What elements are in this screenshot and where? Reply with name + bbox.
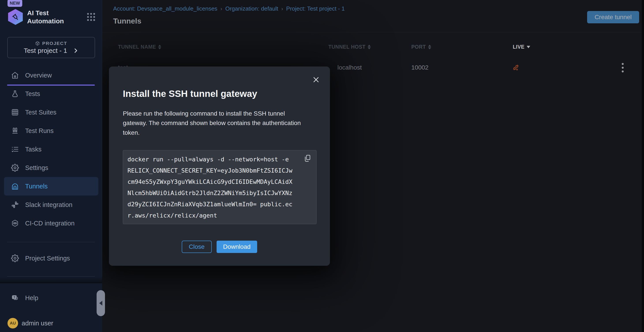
code-line: d29yZCI6ICJnZnRiaXVqb3Z1amlueWlmIn0= pub…: [128, 199, 312, 210]
project-name: Test project - 1: [24, 47, 67, 54]
sidebar-item-test-runs[interactable]: Test Runs: [4, 122, 98, 140]
project-label: PROJECT: [42, 41, 67, 46]
gear-icon: [11, 164, 19, 172]
code-line: docker run --pull=always -d --network=ho…: [128, 154, 312, 165]
sidebar-item-project-settings[interactable]: Project Settings: [4, 249, 98, 268]
sidebar-item-settings[interactable]: Settings: [4, 159, 98, 177]
sidebar-item-test-suites[interactable]: Test Suites: [4, 103, 98, 122]
copy-icon[interactable]: [304, 154, 313, 163]
modal-title: Install the SSH tunnel gateway: [123, 89, 257, 99]
help-chat-icon: ?: [11, 294, 19, 302]
app-logo-row: AI Test Automation: [7, 9, 95, 25]
sidebar-gap: [0, 277, 102, 283]
sidebar-project-settings-wrap: Project Settings: [4, 249, 98, 268]
download-button[interactable]: Download: [216, 241, 258, 253]
code-line: RELICX_CONNECT_SECRET_KEY=eyJob3N0bmFtZS…: [128, 165, 312, 176]
sidebar-item-tunnels[interactable]: Tunnels: [4, 177, 98, 195]
svg-text:?: ?: [14, 296, 15, 299]
modal-description: Please run the following command to inst…: [123, 109, 311, 137]
sidebar-item-overview[interactable]: Overview: [4, 66, 98, 85]
code-line: cm94eS5yZWxpY3guYWkiLCAicG9ydCI6IDEwMDAy…: [128, 176, 312, 187]
sidebar-item-label: CI-CD integration: [25, 220, 74, 227]
chevron-right-icon: [73, 48, 78, 53]
sidebar-item-slack-integration[interactable]: Slack integration: [4, 195, 98, 214]
sidebar-item-label: Slack integration: [25, 201, 72, 208]
sidebar: NEW AI Test Automation: [0, 0, 102, 332]
user-menu[interactable]: AU admin user: [8, 318, 53, 329]
code-line: r.aws/relicx/relicx/agent: [128, 210, 312, 221]
sidebar-divider: [7, 242, 95, 242]
app-root: NEW AI Test Automation: [0, 0, 644, 332]
docker-command-code-block: docker run --pull=always -d --network=ho…: [123, 150, 316, 224]
home-icon: [11, 71, 19, 79]
app-title: AI Test Automation: [27, 9, 64, 25]
user-name: admin user: [22, 320, 53, 327]
sidebar-item-label: Overview: [25, 72, 52, 79]
sidebar-item-tasks[interactable]: Tasks: [4, 140, 98, 159]
sidebar-item-label: Tasks: [25, 146, 42, 153]
sidebar-item-help[interactable]: ? Help: [4, 290, 98, 306]
test-runs-icon: [11, 127, 19, 135]
sidebar-item-tests[interactable]: Tests: [4, 85, 98, 103]
sidebar-item-label: Project Settings: [25, 255, 70, 262]
slack-icon: [11, 201, 19, 209]
sidebar-item-cicd-integration[interactable]: CI-CD integration: [4, 214, 98, 232]
table-grid-icon: [11, 108, 19, 116]
tunnel-icon: [11, 182, 19, 190]
project-selector[interactable]: PROJECT Test project - 1: [7, 37, 95, 58]
flask-icon: [11, 90, 19, 98]
cube-icon: [35, 41, 40, 46]
cicd-icon: [11, 219, 19, 227]
avatar: AU: [8, 318, 18, 329]
task-list-icon: [11, 145, 19, 153]
modal-actions: Close Download: [109, 241, 330, 253]
app-logo-icon: [7, 9, 24, 25]
sidebar-item-label: Settings: [25, 164, 48, 171]
collapse-arrow-icon: [99, 301, 102, 306]
sidebar-item-label: Help: [25, 294, 38, 302]
sidebar-nav: Overview Tests Test Suites: [4, 66, 98, 232]
sidebar-item-label: Test Runs: [25, 127, 54, 135]
gear-icon: [11, 254, 19, 262]
sidebar-collapse-handle[interactable]: [96, 290, 105, 316]
code-line: Nlcm5hbWUiOiAidGtrb2JldnZ2ZWNiYm5ibyIsIC…: [128, 187, 312, 199]
new-badge: NEW: [8, 0, 22, 7]
close-button[interactable]: Close: [182, 241, 212, 253]
install-gateway-modal: Install the SSH tunnel gateway Please ru…: [109, 66, 330, 266]
sidebar-item-label: Test Suites: [25, 109, 56, 116]
app-launcher-icon[interactable]: [87, 13, 95, 21]
close-icon[interactable]: [312, 75, 321, 84]
sidebar-item-label: Tunnels: [25, 183, 48, 190]
sidebar-item-label: Tests: [25, 90, 40, 98]
